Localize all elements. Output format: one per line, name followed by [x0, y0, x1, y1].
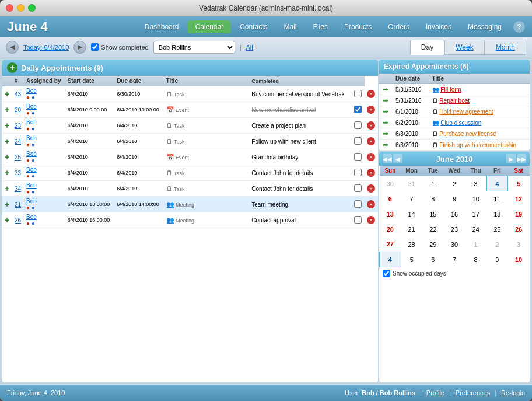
- cal-day-cell[interactable]: 17: [465, 207, 487, 222]
- nav-files[interactable]: Files: [306, 20, 335, 33]
- cal-next-next-button[interactable]: ▶▶: [517, 154, 526, 163]
- row-add[interactable]: +: [2, 165, 12, 181]
- row-add[interactable]: +: [2, 134, 12, 149]
- cal-day-cell[interactable]: 7: [444, 252, 466, 267]
- row-title[interactable]: Buy commercial version of Vedatrak: [249, 86, 352, 102]
- cal-day-cell[interactable]: 4: [487, 176, 508, 191]
- cal-day-cell[interactable]: 25: [487, 222, 508, 237]
- cal-day-cell[interactable]: 30: [380, 176, 401, 191]
- row-title[interactable]: Contact approval: [249, 212, 352, 228]
- row-id[interactable]: 24: [12, 134, 24, 149]
- completed-checkbox[interactable]: [354, 169, 362, 176]
- cal-prev-prev-button[interactable]: ◀◀: [383, 154, 392, 163]
- cal-day-cell[interactable]: 29: [422, 237, 444, 252]
- row-add[interactable]: +: [2, 197, 12, 212]
- nav-orders[interactable]: Orders: [381, 20, 416, 33]
- completed-checkbox[interactable]: [354, 121, 362, 129]
- cal-day-cell[interactable]: 31: [401, 176, 422, 191]
- cal-day-cell[interactable]: 4: [380, 252, 401, 267]
- cal-day-cell[interactable]: 21: [401, 222, 422, 237]
- nav-contacts[interactable]: Contacts: [233, 20, 274, 33]
- row-id[interactable]: 20: [12, 102, 24, 118]
- cal-day-cell[interactable]: 2: [444, 176, 466, 191]
- nav-products[interactable]: Products: [337, 20, 379, 33]
- cal-day-cell[interactable]: 30: [444, 237, 466, 252]
- prev-arrow[interactable]: ◀: [6, 41, 19, 54]
- cal-day-cell[interactable]: 9: [487, 252, 508, 267]
- nav-mail[interactable]: Mail: [277, 20, 304, 33]
- completed-checkbox[interactable]: [354, 106, 362, 113]
- row-completed[interactable]: [352, 102, 365, 118]
- exp-title[interactable]: 🗒 Repair boat: [429, 95, 530, 106]
- completed-checkbox[interactable]: [354, 200, 362, 208]
- row-id[interactable]: 25: [12, 149, 24, 165]
- cal-day-cell[interactable]: 1: [465, 237, 487, 252]
- completed-checkbox[interactable]: [354, 153, 362, 161]
- maximize-button[interactable]: [28, 4, 36, 12]
- row-add[interactable]: +: [2, 86, 12, 102]
- row-add[interactable]: +: [2, 149, 12, 165]
- exp-goto[interactable]: ➡: [379, 84, 392, 95]
- row-add[interactable]: +: [2, 102, 12, 118]
- relogin-link[interactable]: Re-login: [501, 389, 525, 396]
- cal-prev-button[interactable]: ◀: [393, 154, 402, 163]
- cal-next-button[interactable]: ▶: [506, 154, 516, 163]
- row-delete[interactable]: ×: [365, 86, 378, 102]
- cal-day-cell[interactable]: 7: [401, 191, 422, 207]
- nav-messaging[interactable]: Messaging: [461, 20, 509, 33]
- row-id[interactable]: 33: [12, 165, 24, 181]
- cal-day-cell[interactable]: 6: [422, 252, 444, 267]
- nav-calendar[interactable]: Calendar: [188, 20, 230, 33]
- cal-day-cell[interactable]: 8: [422, 191, 444, 207]
- help-button[interactable]: ?: [513, 21, 525, 33]
- row-title[interactable]: Contact John for details: [249, 181, 352, 197]
- row-add[interactable]: +: [2, 181, 12, 197]
- row-delete[interactable]: ×: [365, 134, 378, 149]
- cal-day-cell[interactable]: 10: [465, 191, 487, 207]
- cal-day-cell[interactable]: 27: [380, 237, 401, 252]
- cal-day-cell[interactable]: 5: [508, 176, 530, 191]
- cal-day-cell[interactable]: 3: [465, 176, 487, 191]
- cal-day-cell[interactable]: 23: [444, 222, 466, 237]
- row-delete[interactable]: ×: [365, 102, 378, 118]
- cal-day-cell[interactable]: 26: [508, 222, 530, 237]
- cal-day-cell[interactable]: 14: [401, 207, 422, 222]
- cal-day-cell[interactable]: 3: [508, 237, 530, 252]
- exp-goto[interactable]: ➡: [379, 140, 392, 151]
- row-id[interactable]: 26: [12, 212, 24, 228]
- cal-day-cell[interactable]: 9: [444, 191, 466, 207]
- row-title[interactable]: Grandma birthday: [249, 149, 352, 165]
- row-completed[interactable]: [352, 212, 365, 228]
- row-add[interactable]: +: [2, 118, 12, 134]
- close-button[interactable]: [6, 4, 13, 12]
- exp-title[interactable]: 🗒 Purchase new license: [429, 128, 530, 140]
- cal-day-cell[interactable]: 19: [508, 207, 530, 222]
- row-completed[interactable]: [352, 181, 365, 197]
- completed-checkbox[interactable]: [354, 184, 362, 192]
- profile-link[interactable]: Profile: [426, 389, 444, 396]
- cal-day-cell[interactable]: 2: [487, 237, 508, 252]
- exp-goto[interactable]: ➡: [379, 95, 392, 106]
- row-delete[interactable]: ×: [365, 181, 378, 197]
- row-title[interactable]: Follow up with new client: [249, 134, 352, 149]
- row-title[interactable]: Team meeting: [249, 197, 352, 212]
- tab-month[interactable]: Month: [485, 40, 526, 55]
- row-title[interactable]: Create a project plan: [249, 118, 352, 134]
- exp-goto[interactable]: ➡: [379, 106, 392, 117]
- row-add[interactable]: +: [2, 212, 12, 228]
- cal-day-cell[interactable]: 11: [487, 191, 508, 207]
- cal-day-cell[interactable]: 5: [401, 252, 422, 267]
- row-delete[interactable]: ×: [365, 149, 378, 165]
- tab-day[interactable]: Day: [410, 40, 444, 55]
- row-title[interactable]: Contact John for details: [249, 165, 352, 181]
- cal-day-cell[interactable]: 8: [465, 252, 487, 267]
- exp-title[interactable]: 👥 Club discussion: [429, 117, 530, 128]
- completed-checkbox[interactable]: [354, 137, 362, 145]
- row-completed[interactable]: [352, 197, 365, 212]
- exp-goto[interactable]: ➡: [379, 117, 392, 128]
- show-occupied-checkbox[interactable]: [383, 270, 390, 277]
- all-link[interactable]: All: [246, 44, 253, 51]
- today-link[interactable]: Today: 6/4/2010: [23, 44, 69, 51]
- row-completed[interactable]: [352, 149, 365, 165]
- row-id[interactable]: 43: [12, 86, 24, 102]
